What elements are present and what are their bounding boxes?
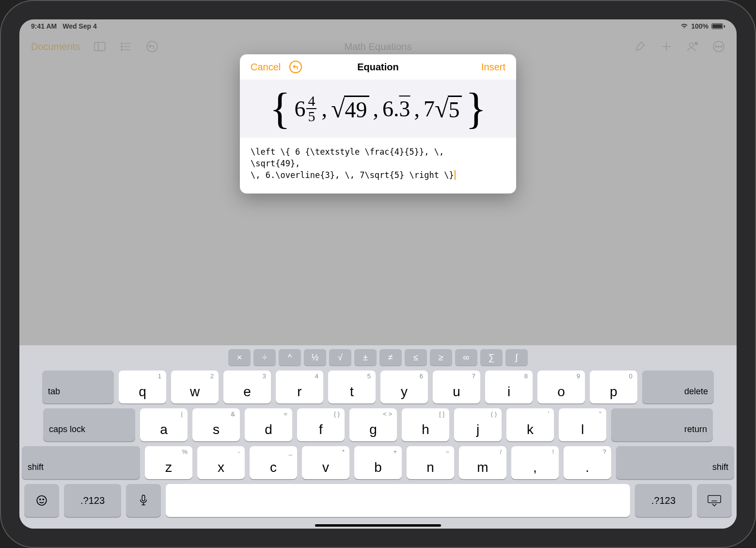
key-h[interactable]: [ ]h [402, 408, 449, 441]
comma: , [414, 96, 420, 122]
svg-rect-22 [142, 495, 145, 501]
emoji-key[interactable] [24, 484, 59, 517]
cancel-button[interactable]: Cancel [251, 62, 281, 73]
preview-dec-int: 6. [382, 97, 399, 121]
key-y[interactable]: 6y [380, 371, 428, 403]
screen: 9:41 AM Wed Sep 4 100% Documents Math Eq… [19, 19, 737, 529]
equation-preview: { 6 4 5 , √ 49 , 6.3 [240, 80, 516, 138]
key-s[interactable]: &s [192, 408, 240, 441]
shortcut-key-∞[interactable]: ∞ [455, 349, 477, 366]
key-d[interactable]: =d [245, 408, 292, 441]
comma: , [373, 96, 379, 122]
key-e[interactable]: 3e [223, 371, 271, 403]
shift-key-left[interactable]: shift [22, 446, 140, 479]
shortcut-key-∫[interactable]: ∫ [505, 349, 528, 366]
svg-rect-23 [708, 496, 721, 503]
shortcut-key-∑[interactable]: ∑ [480, 349, 503, 366]
math-shortcut-bar: ×÷^½√±≠≤≥∞∑∫ [24, 349, 732, 366]
caps-lock-key[interactable]: caps lock [43, 408, 135, 441]
shortcut-key-≥[interactable]: ≥ [430, 349, 452, 366]
right-brace: } [466, 91, 487, 126]
preview-dec-rep: 3 [399, 97, 410, 121]
key-v[interactable]: *v [302, 446, 349, 479]
shortcut-key-÷[interactable]: ÷ [253, 349, 276, 366]
dictation-key[interactable] [126, 484, 161, 517]
symbols-key-right[interactable]: .?123 [635, 484, 692, 517]
shift-key-right[interactable]: shift [616, 446, 734, 479]
preview-sqrt2: √ 5 [435, 95, 462, 123]
preview-whole: 6 [294, 96, 305, 122]
shortcut-key-^[interactable]: ^ [279, 349, 301, 366]
key-o[interactable]: 9o [537, 371, 585, 403]
undo-button[interactable] [289, 61, 302, 73]
on-screen-keyboard: ×÷^½√±≠≤≥∞∑∫ tab 1q2w3e4r5t6y7u8i9o0pdel… [19, 345, 737, 529]
home-indicator[interactable] [315, 524, 441, 527]
key-x[interactable]: -x [197, 446, 245, 479]
latex-source-input[interactable]: \left \{ 6 {\textstyle \frac{4}{5}}, \, … [240, 138, 516, 193]
key-n[interactable]: ~n [407, 446, 454, 479]
symbols-key-left[interactable]: .?123 [64, 484, 121, 517]
shortcut-key-½[interactable]: ½ [304, 349, 326, 366]
dismiss-keyboard-key[interactable] [697, 484, 732, 517]
modal-header: Cancel Equation Insert [240, 54, 516, 80]
shortcut-key-×[interactable]: × [228, 349, 251, 366]
key-m[interactable]: /m [459, 446, 506, 479]
shortcut-key-≠[interactable]: ≠ [379, 349, 402, 366]
svg-point-20 [40, 499, 41, 500]
left-brace: { [269, 91, 290, 126]
key-k[interactable]: 'k [506, 408, 554, 441]
key-i[interactable]: 8i [485, 371, 533, 403]
svg-point-21 [43, 499, 44, 500]
svg-point-19 [37, 496, 47, 505]
preview-sqrt1: √ 49 [331, 95, 369, 123]
insert-button[interactable]: Insert [481, 62, 505, 73]
key-j[interactable]: ( )j [454, 408, 502, 441]
return-key[interactable]: return [611, 408, 713, 441]
key-c[interactable]: _c [250, 446, 297, 479]
preview-coef: 7 [424, 96, 435, 122]
key-g[interactable]: < >g [349, 408, 397, 441]
shortcut-key-√[interactable]: √ [329, 349, 351, 366]
shortcut-key-±[interactable]: ± [354, 349, 377, 366]
preview-fraction: 4 5 [306, 94, 316, 124]
key-a[interactable]: |a [140, 408, 188, 441]
equation-editor-modal: Cancel Equation Insert { 6 4 5 [240, 54, 516, 193]
space-key[interactable] [166, 484, 630, 517]
delete-key[interactable]: delete [642, 371, 714, 403]
key-t[interactable]: 5t [328, 371, 376, 403]
key-b[interactable]: +b [354, 446, 402, 479]
key-.[interactable]: ?. [564, 446, 611, 479]
key-w[interactable]: 2w [171, 371, 219, 403]
key-p[interactable]: 0p [590, 371, 637, 403]
key-,[interactable]: !, [511, 446, 559, 479]
key-r[interactable]: 4r [276, 371, 323, 403]
key-l[interactable]: "l [559, 408, 606, 441]
key-q[interactable]: 1q [119, 371, 166, 403]
key-z[interactable]: %z [145, 446, 192, 479]
latex-text: \left \{ 6 {\textstyle \frac{4}{5}}, \, … [251, 147, 454, 180]
modal-title: Equation [357, 62, 399, 73]
ipad-device-frame: 9:41 AM Wed Sep 4 100% Documents Math Eq… [0, 0, 756, 548]
key-f[interactable]: { }f [297, 408, 345, 441]
key-u[interactable]: 7u [433, 371, 480, 403]
tab-key[interactable]: tab [42, 371, 114, 403]
shortcut-key-≤[interactable]: ≤ [405, 349, 427, 366]
text-cursor [455, 170, 456, 180]
comma: , [321, 96, 327, 122]
